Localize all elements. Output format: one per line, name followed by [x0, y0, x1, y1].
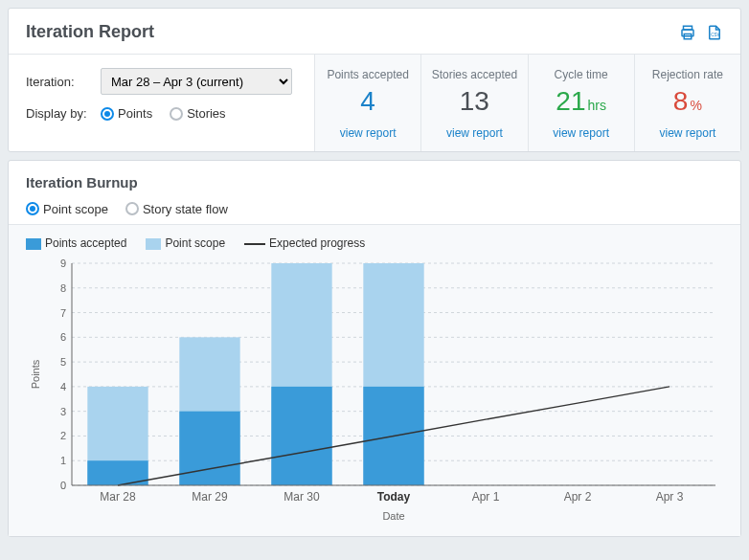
iteration-burnup-panel: Iteration Burnup Point scope Story state… — [8, 160, 741, 537]
view-report-link[interactable]: view report — [319, 126, 417, 140]
burnup-point-scope-radio[interactable]: Point scope — [26, 202, 108, 216]
burnup-story-state-radio[interactable]: Story state flow — [125, 202, 228, 216]
page-title: Iteration Report — [26, 22, 154, 42]
svg-text:Today: Today — [377, 490, 411, 504]
svg-text:7: 7 — [60, 306, 66, 318]
svg-rect-27 — [179, 411, 239, 484]
display-by-stories-radio[interactable]: Stories — [170, 106, 225, 121]
report-header: Iteration Report CSV — [9, 9, 740, 55]
iteration-label: Iteration: — [26, 75, 101, 89]
metric-value: 13 — [425, 87, 523, 117]
metric-points-accepted: Points accepted 4 view report — [315, 55, 420, 151]
burnup-header: Iteration Burnup Point scope Story state… — [9, 161, 740, 224]
svg-text:CSV: CSV — [711, 32, 719, 36]
metric-label: Points accepted — [319, 68, 417, 81]
chart-area: Points accepted Point scope Expected pro… — [9, 224, 740, 536]
view-report-link[interactable]: view report — [425, 126, 523, 140]
svg-text:9: 9 — [60, 258, 66, 269]
svg-rect-29 — [271, 387, 331, 485]
svg-text:4: 4 — [60, 381, 66, 392]
svg-text:2: 2 — [60, 430, 66, 441]
display-by-label: Display by: — [26, 106, 101, 121]
metric-rejection-rate: Rejection rate 8% view report — [634, 55, 740, 151]
svg-text:Mar 30: Mar 30 — [284, 490, 320, 504]
metric-value: 4 — [319, 87, 417, 117]
radio-icon — [101, 107, 114, 121]
radio-icon — [26, 202, 39, 215]
iteration-select[interactable]: Mar 28 – Apr 3 (current) — [101, 68, 292, 95]
metric-stories-accepted: Stories accepted 13 view report — [420, 55, 527, 151]
report-controls: Iteration: Mar 28 – Apr 3 (current) Disp… — [9, 55, 315, 151]
print-icon[interactable] — [679, 24, 696, 41]
radio-icon — [125, 202, 139, 215]
svg-text:6: 6 — [60, 331, 66, 343]
svg-text:Mar 28: Mar 28 — [100, 490, 136, 504]
iteration-report-panel: Iteration Report CSV Iteration: Mar 28 –… — [8, 8, 741, 152]
svg-text:Mar 29: Mar 29 — [192, 490, 228, 504]
svg-text:Apr 3: Apr 3 — [656, 490, 684, 504]
header-actions: CSV — [679, 24, 723, 41]
svg-text:5: 5 — [60, 356, 66, 368]
burnup-point-scope-label: Point scope — [43, 202, 108, 216]
display-by-stories-label: Stories — [187, 106, 225, 121]
metric-label: Stories accepted — [425, 68, 523, 81]
view-report-link[interactable]: view report — [533, 126, 630, 140]
metrics-row: Points accepted 4 view report Stories ac… — [315, 55, 740, 151]
svg-text:Apr 1: Apr 1 — [472, 490, 500, 504]
burnup-title: Iteration Burnup — [26, 174, 723, 190]
svg-text:0: 0 — [60, 480, 66, 491]
display-by-points-label: Points — [118, 106, 152, 121]
svg-text:1: 1 — [60, 455, 66, 466]
svg-text:3: 3 — [60, 405, 66, 416]
chart-legend: Points accepted Point scope Expected pro… — [26, 236, 723, 250]
svg-text:Points: Points — [30, 359, 41, 389]
metric-label: Cycle time — [533, 68, 630, 81]
view-report-link[interactable]: view report — [639, 126, 737, 140]
display-by-points-radio[interactable]: Points — [101, 106, 152, 121]
metric-label: Rejection rate — [639, 68, 737, 81]
metric-value: 21hrs — [533, 87, 630, 117]
svg-text:Date: Date — [382, 510, 404, 522]
export-csv-icon[interactable]: CSV — [706, 24, 723, 41]
burnup-chart: 0123456789Mar 28Mar 29Mar 30TodayApr 1Ap… — [26, 256, 725, 524]
metric-value: 8% — [639, 87, 737, 117]
radio-icon — [170, 107, 183, 121]
legend-point-scope: Point scope — [146, 236, 225, 250]
svg-text:8: 8 — [60, 282, 66, 294]
svg-text:Apr 2: Apr 2 — [564, 490, 592, 504]
metric-cycle-time: Cycle time 21hrs view report — [528, 55, 634, 151]
burnup-story-state-label: Story state flow — [143, 202, 228, 216]
legend-points-accepted: Points accepted — [26, 236, 126, 250]
legend-expected-progress: Expected progress — [244, 236, 365, 250]
